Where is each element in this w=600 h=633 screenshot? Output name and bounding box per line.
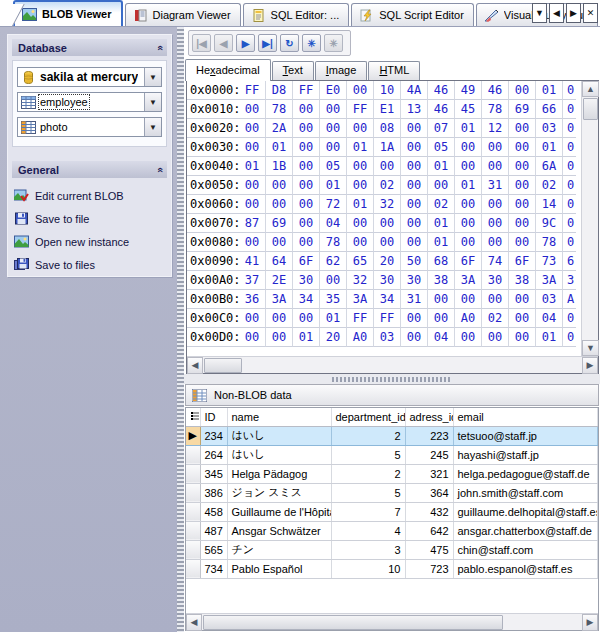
floppy-icon	[14, 212, 29, 225]
view-tab-hexadecimal[interactable]: Hexadecimal	[185, 59, 271, 81]
table-row[interactable]: 487Ansgar Schwätzer4642ansgar.chatterbox…	[186, 521, 598, 540]
hex-byte: 78	[320, 233, 347, 252]
hex-vertical-scrollbar[interactable]: ▲ ▼	[581, 81, 598, 356]
vertical-scroll-thumb[interactable]	[583, 98, 598, 120]
action-edit-current-blob[interactable]: Edit current BLOB	[14, 184, 165, 207]
column-header-adress_id[interactable]: adress_id	[405, 408, 453, 426]
hex-byte: 01	[293, 328, 320, 347]
window-tab-diagram-viewer[interactable]: Diagram Viewer	[125, 3, 241, 26]
horizontal-scroll-track[interactable]	[243, 357, 582, 373]
load-blob-button[interactable]: ✳	[302, 34, 321, 52]
column-header-id[interactable]: ID	[200, 408, 227, 426]
view-tab-text[interactable]: Text	[272, 61, 314, 80]
table-combo-field[interactable]: employee	[18, 93, 144, 111]
hex-byte: 00	[509, 157, 536, 176]
hex-byte: 01	[428, 233, 455, 252]
last-record-button[interactable]: ▶|	[258, 34, 277, 52]
scroll-right-button[interactable]: ▶	[582, 357, 598, 374]
view-tab-html[interactable]: HTML	[368, 61, 420, 80]
grid-scroll-right-button[interactable]: ▶	[582, 614, 598, 631]
table-row[interactable]: 386ジョン スミス5364john.smith@staff.com	[186, 483, 598, 502]
database-section-header[interactable]: Database «	[12, 39, 167, 56]
window-tab-sql-editor[interactable]: SQL Editor: ...	[243, 3, 350, 26]
refresh-button[interactable]: ↻	[280, 34, 299, 52]
table-combo-dropdown-button[interactable]: ▼	[144, 93, 161, 111]
hex-byte: 50	[401, 252, 428, 271]
window-tab-bar: BLOB ViewerDiagram ViewerSQL Editor: ...…	[0, 0, 600, 27]
database-combo-field[interactable]: sakila at mercury	[18, 68, 144, 86]
cell-department-id: 4	[331, 521, 405, 540]
hex-byte: 03	[374, 328, 401, 347]
window-tab-blob-viewer[interactable]: BLOB Viewer	[13, 0, 123, 26]
action-open-new-instance[interactable]: Open new instance	[14, 230, 165, 253]
hex-byte: 00	[320, 138, 347, 157]
hex-byte: 00	[401, 138, 428, 157]
hex-byte: 00	[293, 195, 320, 214]
hex-byte: 00	[455, 328, 482, 347]
cell-name: チン	[227, 540, 331, 559]
field-combo[interactable]: photo▼	[17, 117, 162, 137]
vertical-splitter[interactable]	[177, 27, 184, 632]
hex-view-panel[interactable]: 0x0000:FFD8FFE000104A464946000100x0010:0…	[186, 80, 599, 374]
close-tab-button[interactable]: ✕	[583, 3, 598, 23]
hex-offset: 0x0030:	[187, 138, 239, 157]
field-combo-dropdown-button[interactable]: ▼	[144, 118, 161, 136]
view-tab-image[interactable]: Image	[315, 61, 368, 80]
first-record-button[interactable]: |◀	[192, 34, 211, 52]
scroll-left-button[interactable]: ◀	[187, 357, 203, 374]
scroll-up-button[interactable]: ▲	[582, 81, 599, 97]
scroll-tabs-left-button[interactable]: ◀	[549, 3, 564, 23]
hex-byte: 1A	[374, 138, 401, 157]
hex-byte: 00	[239, 138, 266, 157]
column-header-department_id[interactable]: department_id	[331, 408, 405, 426]
grid-horizontal-scrollbar[interactable]: ◀ ▶	[186, 613, 598, 630]
database-combo-dropdown-button[interactable]: ▼	[144, 68, 161, 86]
database-combo[interactable]: sakila at mercury▼	[17, 67, 162, 87]
scroll-down-button[interactable]: ▼	[582, 340, 599, 356]
vertical-scroll-track[interactable]	[582, 121, 598, 340]
hex-byte: 00	[293, 214, 320, 233]
column-header-name[interactable]: name	[227, 408, 331, 426]
next-record-button[interactable]: ▶	[236, 34, 255, 52]
grid-horizontal-scroll-thumb[interactable]	[203, 615, 503, 630]
grid-corner-button[interactable]	[186, 408, 200, 426]
window-tab-sql-script-editor[interactable]: SQL Script Editor	[351, 3, 474, 26]
table-row[interactable]: 734Pablo Español10723pablo.espanol@staff…	[186, 559, 598, 578]
hex-byte: 01	[239, 157, 266, 176]
cell-adress-id: 723	[405, 559, 453, 578]
table-row[interactable]: 458Guillaume de l'Hôpital7432guillaume.d…	[186, 502, 598, 521]
collapse-database-icon[interactable]: «	[155, 45, 166, 50]
horizontal-splitter[interactable]	[184, 374, 600, 384]
scroll-tabs-right-button[interactable]: ▶	[566, 3, 581, 23]
hex-byte: 01	[536, 138, 563, 157]
hex-row: 0x0030:00010000011A0005000000010	[187, 138, 581, 157]
hex-byte: 78	[482, 100, 509, 119]
field-combo-field[interactable]: photo	[18, 118, 144, 136]
table-combo[interactable]: employee▼	[17, 92, 162, 112]
splitter-grip[interactable]	[332, 377, 452, 382]
hex-byte: 00	[347, 214, 374, 233]
hex-byte: 08	[374, 119, 401, 138]
table-row[interactable]: 565チン3475chin@staff.com	[186, 540, 598, 559]
hex-byte: 00	[509, 81, 536, 100]
hex-byte: 45	[455, 100, 482, 119]
table-row[interactable]: 264はいし5245hayashi@staff.jp	[186, 445, 598, 464]
tab-list-dropdown-button[interactable]: ▼	[532, 3, 547, 23]
collapse-general-icon[interactable]: «	[155, 167, 166, 172]
clear-blob-button[interactable]: ✳	[324, 34, 343, 52]
hex-byte: 00	[347, 176, 374, 195]
column-header-email[interactable]: email	[453, 408, 598, 426]
horizontal-scroll-thumb[interactable]	[204, 358, 242, 373]
grid-horizontal-scroll-track[interactable]	[504, 614, 582, 630]
action-save-to-file[interactable]: Save to file	[14, 207, 165, 230]
prior-record-button[interactable]: ◀	[214, 34, 233, 52]
general-section-header[interactable]: General «	[12, 161, 167, 178]
grid-scroll-left-button[interactable]: ◀	[186, 614, 202, 631]
hex-horizontal-scrollbar[interactable]: ◀ ▶	[187, 356, 598, 373]
table-row[interactable]: 345Helga Pädagog2321helga.pedagogue@staf…	[186, 464, 598, 483]
hex-byte: 00	[374, 157, 401, 176]
action-save-to-files[interactable]: Save to files	[14, 253, 165, 276]
grid-empty-area[interactable]	[186, 579, 598, 614]
hex-grid[interactable]: 0x0000:FFD8FFE000104A464946000100x0010:0…	[187, 81, 581, 356]
table-row[interactable]: ▶234はいし2223tetsuoo@staff.jp	[186, 426, 598, 445]
